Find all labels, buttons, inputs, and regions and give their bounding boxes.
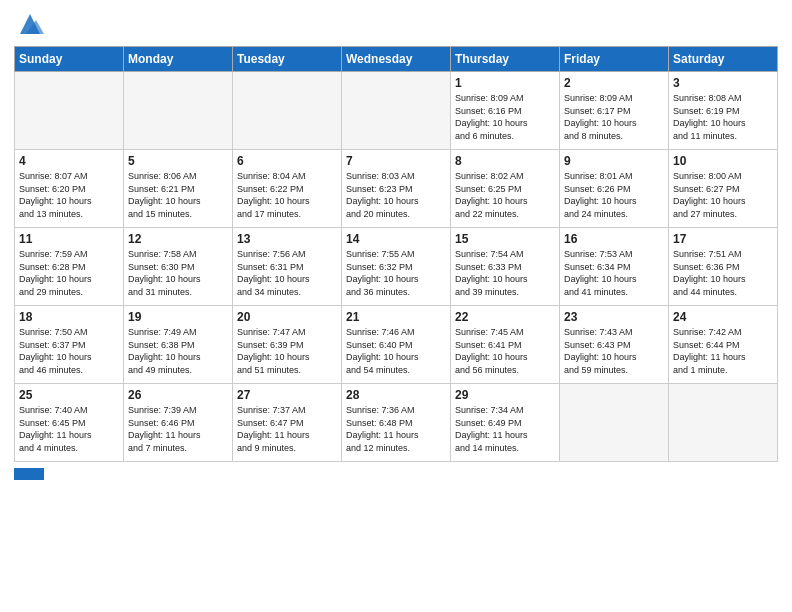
day-detail: Sunrise: 7:51 AM Sunset: 6:36 PM Dayligh…: [673, 248, 773, 298]
day-number: 17: [673, 232, 773, 246]
day-detail: Sunrise: 7:36 AM Sunset: 6:48 PM Dayligh…: [346, 404, 446, 454]
week-row-3: 11Sunrise: 7:59 AM Sunset: 6:28 PM Dayli…: [15, 228, 778, 306]
day-detail: Sunrise: 8:08 AM Sunset: 6:19 PM Dayligh…: [673, 92, 773, 142]
day-detail: Sunrise: 7:47 AM Sunset: 6:39 PM Dayligh…: [237, 326, 337, 376]
day-cell: 2Sunrise: 8:09 AM Sunset: 6:17 PM Daylig…: [560, 72, 669, 150]
day-cell: 20Sunrise: 7:47 AM Sunset: 6:39 PM Dayli…: [233, 306, 342, 384]
header: [14, 10, 778, 38]
day-detail: Sunrise: 7:59 AM Sunset: 6:28 PM Dayligh…: [19, 248, 119, 298]
day-number: 13: [237, 232, 337, 246]
day-cell: 8Sunrise: 8:02 AM Sunset: 6:25 PM Daylig…: [451, 150, 560, 228]
day-number: 1: [455, 76, 555, 90]
day-number: 10: [673, 154, 773, 168]
day-number: 20: [237, 310, 337, 324]
day-detail: Sunrise: 7:58 AM Sunset: 6:30 PM Dayligh…: [128, 248, 228, 298]
day-number: 29: [455, 388, 555, 402]
day-detail: Sunrise: 7:55 AM Sunset: 6:32 PM Dayligh…: [346, 248, 446, 298]
day-number: 5: [128, 154, 228, 168]
day-cell: 4Sunrise: 8:07 AM Sunset: 6:20 PM Daylig…: [15, 150, 124, 228]
day-number: 6: [237, 154, 337, 168]
day-cell: [342, 72, 451, 150]
day-number: 15: [455, 232, 555, 246]
day-number: 22: [455, 310, 555, 324]
day-detail: Sunrise: 8:07 AM Sunset: 6:20 PM Dayligh…: [19, 170, 119, 220]
day-cell: 26Sunrise: 7:39 AM Sunset: 6:46 PM Dayli…: [124, 384, 233, 462]
day-cell: 7Sunrise: 8:03 AM Sunset: 6:23 PM Daylig…: [342, 150, 451, 228]
day-detail: Sunrise: 8:06 AM Sunset: 6:21 PM Dayligh…: [128, 170, 228, 220]
day-cell: 28Sunrise: 7:36 AM Sunset: 6:48 PM Dayli…: [342, 384, 451, 462]
page: SundayMondayTuesdayWednesdayThursdayFrid…: [0, 0, 792, 612]
calendar-table: SundayMondayTuesdayWednesdayThursdayFrid…: [14, 46, 778, 462]
header-cell-wednesday: Wednesday: [342, 47, 451, 72]
week-row-1: 1Sunrise: 8:09 AM Sunset: 6:16 PM Daylig…: [15, 72, 778, 150]
day-cell: 5Sunrise: 8:06 AM Sunset: 6:21 PM Daylig…: [124, 150, 233, 228]
day-cell: [15, 72, 124, 150]
day-detail: Sunrise: 7:46 AM Sunset: 6:40 PM Dayligh…: [346, 326, 446, 376]
day-cell: 19Sunrise: 7:49 AM Sunset: 6:38 PM Dayli…: [124, 306, 233, 384]
day-number: 18: [19, 310, 119, 324]
day-detail: Sunrise: 7:49 AM Sunset: 6:38 PM Dayligh…: [128, 326, 228, 376]
day-cell: 3Sunrise: 8:08 AM Sunset: 6:19 PM Daylig…: [669, 72, 778, 150]
day-cell: 6Sunrise: 8:04 AM Sunset: 6:22 PM Daylig…: [233, 150, 342, 228]
day-detail: Sunrise: 7:43 AM Sunset: 6:43 PM Dayligh…: [564, 326, 664, 376]
logo: [14, 10, 44, 38]
day-number: 16: [564, 232, 664, 246]
day-number: 14: [346, 232, 446, 246]
day-detail: Sunrise: 7:42 AM Sunset: 6:44 PM Dayligh…: [673, 326, 773, 376]
header-cell-sunday: Sunday: [15, 47, 124, 72]
day-detail: Sunrise: 7:37 AM Sunset: 6:47 PM Dayligh…: [237, 404, 337, 454]
day-number: 4: [19, 154, 119, 168]
day-cell: 13Sunrise: 7:56 AM Sunset: 6:31 PM Dayli…: [233, 228, 342, 306]
day-number: 3: [673, 76, 773, 90]
day-number: 8: [455, 154, 555, 168]
day-detail: Sunrise: 8:09 AM Sunset: 6:16 PM Dayligh…: [455, 92, 555, 142]
day-cell: [124, 72, 233, 150]
calendar-header: SundayMondayTuesdayWednesdayThursdayFrid…: [15, 47, 778, 72]
footer: [14, 468, 778, 480]
day-detail: Sunrise: 7:56 AM Sunset: 6:31 PM Dayligh…: [237, 248, 337, 298]
day-detail: Sunrise: 8:09 AM Sunset: 6:17 PM Dayligh…: [564, 92, 664, 142]
day-detail: Sunrise: 7:50 AM Sunset: 6:37 PM Dayligh…: [19, 326, 119, 376]
day-number: 28: [346, 388, 446, 402]
header-cell-thursday: Thursday: [451, 47, 560, 72]
day-cell: 18Sunrise: 7:50 AM Sunset: 6:37 PM Dayli…: [15, 306, 124, 384]
day-detail: Sunrise: 7:53 AM Sunset: 6:34 PM Dayligh…: [564, 248, 664, 298]
day-detail: Sunrise: 8:02 AM Sunset: 6:25 PM Dayligh…: [455, 170, 555, 220]
day-cell: 21Sunrise: 7:46 AM Sunset: 6:40 PM Dayli…: [342, 306, 451, 384]
calendar-body: 1Sunrise: 8:09 AM Sunset: 6:16 PM Daylig…: [15, 72, 778, 462]
day-number: 27: [237, 388, 337, 402]
day-number: 7: [346, 154, 446, 168]
day-cell: 17Sunrise: 7:51 AM Sunset: 6:36 PM Dayli…: [669, 228, 778, 306]
day-detail: Sunrise: 8:00 AM Sunset: 6:27 PM Dayligh…: [673, 170, 773, 220]
day-cell: 1Sunrise: 8:09 AM Sunset: 6:16 PM Daylig…: [451, 72, 560, 150]
day-detail: Sunrise: 8:03 AM Sunset: 6:23 PM Dayligh…: [346, 170, 446, 220]
week-row-2: 4Sunrise: 8:07 AM Sunset: 6:20 PM Daylig…: [15, 150, 778, 228]
day-detail: Sunrise: 8:04 AM Sunset: 6:22 PM Dayligh…: [237, 170, 337, 220]
day-detail: Sunrise: 8:01 AM Sunset: 6:26 PM Dayligh…: [564, 170, 664, 220]
day-number: 11: [19, 232, 119, 246]
logo-icon: [16, 10, 44, 38]
header-cell-saturday: Saturday: [669, 47, 778, 72]
day-detail: Sunrise: 7:40 AM Sunset: 6:45 PM Dayligh…: [19, 404, 119, 454]
day-number: 23: [564, 310, 664, 324]
day-cell: 10Sunrise: 8:00 AM Sunset: 6:27 PM Dayli…: [669, 150, 778, 228]
week-row-4: 18Sunrise: 7:50 AM Sunset: 6:37 PM Dayli…: [15, 306, 778, 384]
day-number: 21: [346, 310, 446, 324]
day-cell: [233, 72, 342, 150]
day-number: 12: [128, 232, 228, 246]
day-number: 26: [128, 388, 228, 402]
day-cell: 11Sunrise: 7:59 AM Sunset: 6:28 PM Dayli…: [15, 228, 124, 306]
day-cell: 12Sunrise: 7:58 AM Sunset: 6:30 PM Dayli…: [124, 228, 233, 306]
day-detail: Sunrise: 7:34 AM Sunset: 6:49 PM Dayligh…: [455, 404, 555, 454]
day-number: 9: [564, 154, 664, 168]
header-row: SundayMondayTuesdayWednesdayThursdayFrid…: [15, 47, 778, 72]
day-cell: 14Sunrise: 7:55 AM Sunset: 6:32 PM Dayli…: [342, 228, 451, 306]
day-cell: 24Sunrise: 7:42 AM Sunset: 6:44 PM Dayli…: [669, 306, 778, 384]
day-cell: 27Sunrise: 7:37 AM Sunset: 6:47 PM Dayli…: [233, 384, 342, 462]
day-number: 2: [564, 76, 664, 90]
day-cell: 23Sunrise: 7:43 AM Sunset: 6:43 PM Dayli…: [560, 306, 669, 384]
day-cell: [669, 384, 778, 462]
day-detail: Sunrise: 7:39 AM Sunset: 6:46 PM Dayligh…: [128, 404, 228, 454]
day-cell: 16Sunrise: 7:53 AM Sunset: 6:34 PM Dayli…: [560, 228, 669, 306]
day-detail: Sunrise: 7:45 AM Sunset: 6:41 PM Dayligh…: [455, 326, 555, 376]
